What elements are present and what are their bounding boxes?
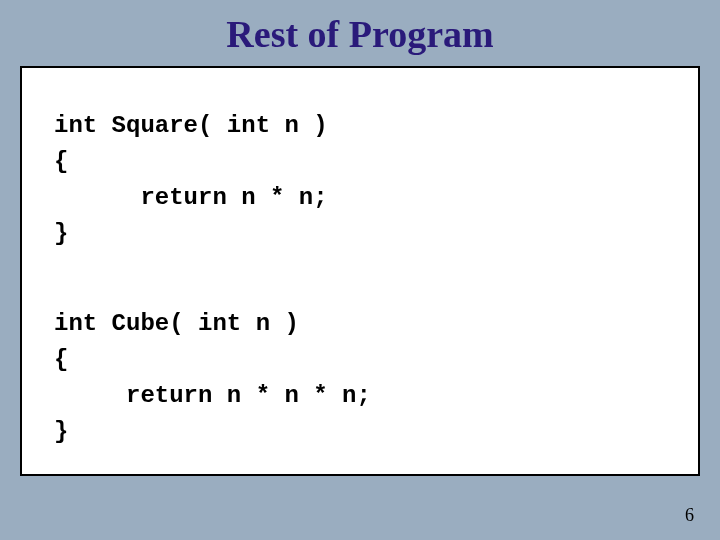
code-line: } <box>54 216 666 252</box>
code-line: return n * n * n; <box>54 378 666 414</box>
code-line: int Square( int n ) <box>54 108 666 144</box>
code-line: { <box>54 342 666 378</box>
code-blank-line <box>54 252 666 306</box>
page-number: 6 <box>685 505 694 526</box>
code-line: int Cube( int n ) <box>54 306 666 342</box>
code-line: { <box>54 144 666 180</box>
slide-title: Rest of Program <box>0 0 720 66</box>
code-line: } <box>54 414 666 450</box>
code-line: return n * n; <box>54 180 666 216</box>
code-panel: int Square( int n ) { return n * n; } in… <box>20 66 700 476</box>
